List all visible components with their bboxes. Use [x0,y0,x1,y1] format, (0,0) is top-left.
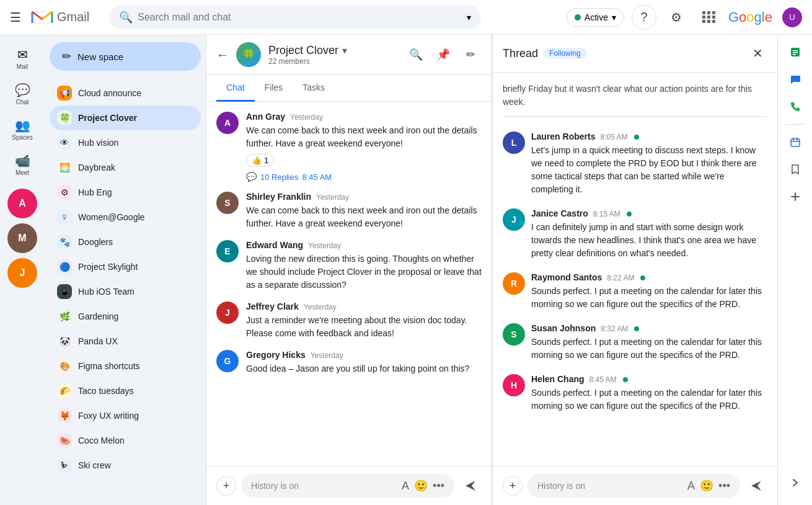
message-author: Gregory Hicks [246,350,306,360]
user-avatar-3[interactable]: J [7,258,37,288]
space-name-chevron[interactable]: ▾ [342,45,347,56]
avatar: E [216,240,239,262]
settings-icon: ⚙ [671,10,682,25]
message-replies[interactable]: 💬 10 Replies 8:45 AM [246,172,482,182]
hamburger-icon[interactable]: ☰ [10,10,21,25]
calendar-button[interactable] [783,130,808,154]
nav-meet[interactable]: 📹 Meet [2,148,42,181]
hub-vision-icon: 👁 [57,135,72,150]
nav-spaces[interactable]: 👥 Spaces [2,113,42,146]
calendar-icon [789,136,801,148]
pencil-icon: ✏ [62,50,71,63]
add-attachment-button[interactable]: + [216,476,236,496]
space-item-gardening[interactable]: 🌿 Gardening [50,304,201,329]
table-row: J Jeffrey Clark Yesterday Just a reminde… [216,302,482,340]
plus-button[interactable] [783,184,808,209]
help-button[interactable]: ? [632,5,656,30]
chat-header: ← 🍀 Project Clover ▾ 22 members 🔍 📌 ✏ [206,35,492,75]
tab-tasks[interactable]: Tasks [293,75,335,102]
space-item-ski[interactable]: ⛷ Ski crew [50,453,201,478]
active-status[interactable]: Active ▾ [567,8,624,27]
pin-button[interactable]: 📌 [432,43,454,66]
thread-message-text: Sounds perfect. I put a meeting on the c… [531,387,767,413]
svg-rect-3 [793,54,796,55]
chevron-right-icon [790,478,800,488]
space-item-panda-ux[interactable]: 🐼 Panda UX [50,329,201,354]
space-item-women-google[interactable]: ♀ Women@Google [50,205,201,230]
thread-intro-text: briefly Friday but it wasn't clear what … [503,83,767,117]
nav-mail[interactable]: ✉ Mail [2,42,42,75]
figma-label: Figma shortcuts [78,361,140,371]
message-header: Jeffrey Clark Yesterday [246,302,482,311]
space-item-project-clover[interactable]: 🍀 Project Clover 📌 [50,105,201,130]
new-space-button[interactable]: ✏ New space [50,42,201,71]
user-avatar-2[interactable]: M [7,223,37,253]
space-item-figma[interactable]: 🎨 Figma shortcuts [50,354,201,378]
message-time: Yesterday [308,241,341,250]
emoji-icon[interactable]: 🙂 [414,479,428,493]
sheets-button[interactable] [783,40,808,65]
space-item-hub-ios[interactable]: 📱 Hub iOS Team [50,279,201,304]
send-button[interactable] [459,475,482,497]
search-input[interactable] [138,12,462,23]
user-avatar[interactable]: U [782,7,802,27]
thread-more-icon[interactable]: ••• [718,480,730,493]
dooglers-icon: 🐾 [57,235,72,249]
list-item: S Susan Johnson 8:32 AM Sounds perfect. … [503,323,767,362]
chat-panel-icon [789,73,801,86]
hub-ios-icon: 📱 [57,284,72,299]
message-reaction[interactable]: 👍 1 [246,154,274,167]
gmail-logo-svg [31,9,53,25]
phone-button[interactable] [783,94,808,119]
nav-chat[interactable]: 💬 Chat [2,78,42,110]
apps-button[interactable] [696,5,721,30]
panda-ux-icon: 🐼 [57,334,72,349]
message-author: Jeffrey Clark [246,302,299,311]
message-content: Ann Gray Yesterday We can come back to t… [246,112,482,182]
message-input-box[interactable]: History is on A 🙂 ••• [241,474,454,498]
message-content: Shirley Franklin Yesterday We can come b… [246,192,482,230]
more-options-icon[interactable]: ••• [433,480,444,493]
search-chat-button[interactable]: 🔍 [405,43,427,66]
tab-files[interactable]: Files [255,75,293,102]
back-button[interactable]: ← [216,48,229,62]
thread-emoji-icon[interactable]: 🙂 [700,479,713,493]
svg-rect-1 [793,50,798,51]
space-item-project-skylight[interactable]: 🔵 Project Skylight [50,254,201,279]
thread-input-box[interactable]: History is on A 🙂 ••• [527,474,740,498]
meet-icon: 📹 [15,153,30,168]
space-item-dooglers[interactable]: 🐾 Dooglers [50,230,201,254]
space-item-hub-eng[interactable]: ⚙ Hub Eng [50,180,201,205]
space-item-hub-vision[interactable]: 👁 Hub vision 📌 [50,130,201,155]
chat-panel-button[interactable] [783,67,808,92]
gmail-logo: Gmail [31,9,89,25]
thread-send-button[interactable] [745,475,767,497]
message-text: Loving the new direction this is going. … [246,253,482,292]
format-icon[interactable]: A [402,480,409,493]
thread-message-header: Janice Castro 8:15 AM [531,208,767,218]
user-avatar-small[interactable]: A [7,189,37,218]
search-bar[interactable]: 🔍 ▾ [109,6,481,29]
chat-members-count: 22 members [268,57,397,66]
message-input-area: + History is on A 🙂 ••• [206,466,492,505]
thread-message-text: Let's jump in a quick meeting to discuss… [531,144,767,196]
space-item-foxy[interactable]: 🦊 Foxy UX writing [50,403,201,428]
thread-message-author: Raymond Santos [531,272,602,282]
bookmark-button[interactable] [783,157,808,182]
message-time: Yesterday [311,351,343,360]
tab-chat[interactable]: Chat [216,75,255,102]
space-item-daybreak[interactable]: 🌅 Daybreak 📌 [50,155,201,180]
new-message-button[interactable]: ✏ [459,43,482,66]
gardening-icon: 🌿 [57,309,72,324]
space-item-coco[interactable]: 🍉 Coco Melon [50,428,201,453]
expand-button[interactable] [783,470,808,495]
settings-button[interactable]: ⚙ [664,5,689,30]
thread-add-button[interactable]: + [503,476,523,496]
thread-close-button[interactable]: ✕ [748,43,767,63]
thread-format-icon[interactable]: A [687,480,695,493]
search-chevron[interactable]: ▾ [467,12,471,22]
space-item-cloud-announce[interactable]: 📢 Cloud announce 📌 [50,81,201,105]
thread-panel: Thread Following ✕ briefly Friday but it… [492,35,777,505]
cloud-announce-label: Cloud announce [78,88,141,98]
space-item-taco[interactable]: 🌮 Taco tuesdays [50,378,201,403]
